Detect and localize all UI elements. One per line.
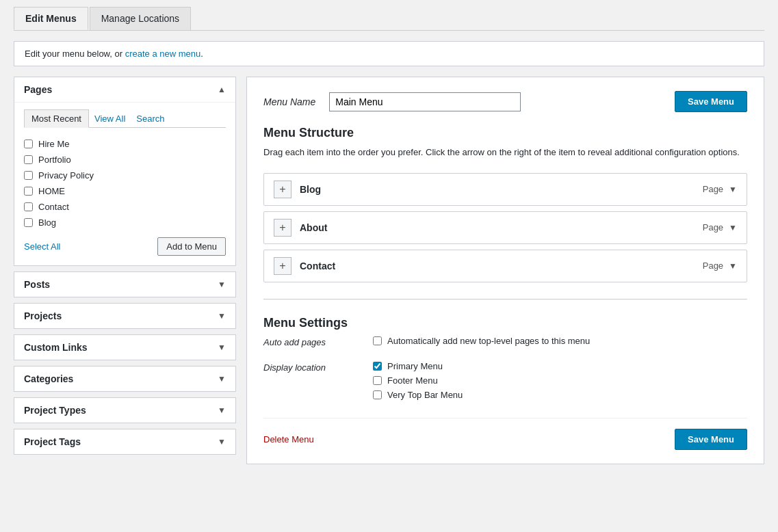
subtab-search[interactable]: Search bbox=[131, 109, 170, 127]
auto-add-pages-option[interactable]: Automatically add new top-level pages to… bbox=[373, 336, 747, 346]
menu-item-plus-icon[interactable]: + bbox=[274, 257, 291, 275]
projects-panel-header[interactable]: Projects ▼ bbox=[14, 304, 235, 328]
menu-name-group: Menu Name bbox=[263, 92, 521, 111]
pages-panel: Pages ▲ Most Recent View All Search Hire… bbox=[14, 77, 236, 266]
posts-panel: Posts ▼ bbox=[14, 271, 236, 297]
auto-add-pages-checkbox[interactable] bbox=[373, 336, 382, 345]
menu-item-contact[interactable]: + Contact Page ▼ bbox=[263, 250, 747, 282]
custom-links-panel-arrow-icon: ▼ bbox=[218, 343, 226, 352]
menu-item-about-type: Page bbox=[703, 222, 723, 232]
project-tags-panel: Project Tags ▼ bbox=[14, 429, 236, 455]
very-top-bar-menu-option[interactable]: Very Top Bar Menu bbox=[373, 390, 747, 400]
home-checkbox[interactable] bbox=[24, 187, 33, 196]
categories-panel-header[interactable]: Categories ▼ bbox=[14, 367, 235, 391]
menu-item-blog[interactable]: + Blog Page ▼ bbox=[263, 173, 747, 206]
create-new-menu-link[interactable]: create a new menu bbox=[125, 49, 201, 59]
tab-manage-locations[interactable]: Manage Locations bbox=[90, 7, 191, 30]
project-types-panel-title: Project Types bbox=[24, 405, 86, 416]
privacy-policy-checkbox[interactable] bbox=[24, 171, 33, 180]
content-area: Menu Name Save Menu Menu Structure Drag … bbox=[246, 77, 764, 464]
categories-panel: Categories ▼ bbox=[14, 366, 236, 392]
primary-menu-option[interactable]: Primary Menu bbox=[373, 361, 747, 371]
tab-edit-menus[interactable]: Edit Menus bbox=[14, 7, 88, 30]
blog-label: Blog bbox=[38, 217, 56, 228]
footer-menu-option[interactable]: Footer Menu bbox=[373, 375, 747, 386]
section-divider bbox=[263, 299, 747, 300]
primary-menu-checkbox[interactable] bbox=[373, 362, 382, 371]
custom-links-panel-header[interactable]: Custom Links ▼ bbox=[14, 335, 235, 360]
display-location-content: Primary Menu Footer Menu Very Top Bar Me… bbox=[373, 361, 747, 404]
main-layout: Pages ▲ Most Recent View All Search Hire… bbox=[14, 77, 764, 464]
categories-panel-title: Categories bbox=[24, 373, 73, 384]
footer-menu-label: Footer Menu bbox=[387, 375, 438, 386]
delete-menu-link[interactable]: Delete Menu bbox=[263, 434, 314, 444]
save-menu-button-bottom[interactable]: Save Menu bbox=[675, 429, 747, 450]
project-tags-panel-header[interactable]: Project Tags ▼ bbox=[14, 429, 235, 454]
contact-label: Contact bbox=[38, 202, 69, 212]
menu-item-contact-name: Contact bbox=[300, 261, 703, 271]
auto-add-pages-content: Automatically add new top-level pages to… bbox=[373, 336, 747, 350]
hire-me-label: Hire Me bbox=[38, 139, 70, 149]
menu-item-contact-type: Page bbox=[703, 261, 723, 271]
notice-text: Edit your menu below, or bbox=[25, 49, 125, 59]
menu-name-input[interactable] bbox=[329, 92, 521, 111]
pages-panel-header[interactable]: Pages ▲ bbox=[14, 77, 235, 102]
custom-links-panel-title: Custom Links bbox=[24, 342, 88, 353]
auto-add-pages-text: Automatically add new top-level pages to… bbox=[387, 336, 590, 346]
custom-links-panel: Custom Links ▼ bbox=[14, 334, 236, 360]
pages-footer: Select All Add to Menu bbox=[24, 237, 226, 256]
home-label: HOME bbox=[38, 186, 65, 196]
list-item: Portfolio bbox=[24, 152, 226, 168]
projects-panel: Projects ▼ bbox=[14, 303, 236, 329]
auto-add-pages-row: Auto add pages Automatically add new top… bbox=[263, 336, 747, 350]
auto-add-pages-label: Auto add pages bbox=[263, 336, 373, 350]
pages-subtabs: Most Recent View All Search bbox=[24, 109, 226, 128]
tabs-nav: Edit Menus Manage Locations bbox=[14, 7, 764, 31]
project-types-panel-header[interactable]: Project Types ▼ bbox=[14, 398, 235, 423]
menu-item-about-arrow-icon[interactable]: ▼ bbox=[729, 223, 737, 232]
blog-checkbox[interactable] bbox=[24, 218, 33, 227]
menu-structure-title: Menu Structure bbox=[263, 126, 747, 140]
posts-panel-title: Posts bbox=[24, 279, 50, 290]
menu-item-contact-arrow-icon[interactable]: ▼ bbox=[729, 261, 737, 271]
list-item: Hire Me bbox=[24, 136, 226, 152]
menu-item-blog-type: Page bbox=[703, 184, 723, 194]
footer-actions: Delete Menu Save Menu bbox=[263, 418, 747, 450]
menu-item-plus-icon[interactable]: + bbox=[274, 181, 291, 198]
projects-panel-title: Projects bbox=[24, 310, 62, 321]
list-item: HOME bbox=[24, 183, 226, 199]
menu-name-label: Menu Name bbox=[263, 96, 315, 107]
subtab-most-recent[interactable]: Most Recent bbox=[24, 109, 89, 128]
list-item: Contact bbox=[24, 199, 226, 215]
hire-me-checkbox[interactable] bbox=[24, 139, 33, 148]
portfolio-checkbox[interactable] bbox=[24, 155, 33, 164]
categories-panel-arrow-icon: ▼ bbox=[218, 374, 226, 384]
menu-item-about[interactable]: + About Page ▼ bbox=[263, 211, 747, 244]
menu-item-blog-arrow-icon[interactable]: ▼ bbox=[729, 185, 737, 194]
menu-name-row: Menu Name Save Menu bbox=[263, 91, 747, 112]
project-tags-panel-arrow-icon: ▼ bbox=[218, 437, 226, 447]
save-menu-button-top[interactable]: Save Menu bbox=[675, 91, 747, 112]
select-all-link[interactable]: Select All bbox=[24, 241, 60, 252]
primary-menu-label: Primary Menu bbox=[387, 361, 443, 371]
contact-checkbox[interactable] bbox=[24, 202, 33, 211]
menu-settings-title: Menu Settings bbox=[263, 316, 747, 330]
menu-structure-desc: Drag each item into the order you prefer… bbox=[263, 146, 747, 159]
very-top-bar-menu-checkbox[interactable] bbox=[373, 390, 382, 399]
portfolio-label: Portfolio bbox=[38, 155, 71, 165]
footer-menu-checkbox[interactable] bbox=[373, 376, 382, 385]
project-types-panel: Project Types ▼ bbox=[14, 397, 236, 423]
pages-panel-body: Most Recent View All Search Hire Me Port… bbox=[14, 102, 235, 265]
add-to-menu-button[interactable]: Add to Menu bbox=[157, 237, 226, 256]
subtab-view-all[interactable]: View All bbox=[89, 109, 131, 127]
menu-item-blog-name: Blog bbox=[300, 184, 703, 195]
pages-panel-title: Pages bbox=[24, 84, 52, 95]
list-item: Blog bbox=[24, 215, 226, 230]
notice-text-after: . bbox=[200, 49, 203, 59]
posts-panel-header[interactable]: Posts ▼ bbox=[14, 272, 235, 297]
menu-item-plus-icon[interactable]: + bbox=[274, 219, 291, 237]
display-location-label: Display location bbox=[263, 361, 373, 404]
projects-panel-arrow-icon: ▼ bbox=[218, 311, 226, 321]
privacy-policy-label: Privacy Policy bbox=[38, 170, 94, 181]
pages-checkbox-list: Hire Me Portfolio Privacy Policy HO bbox=[24, 136, 226, 230]
